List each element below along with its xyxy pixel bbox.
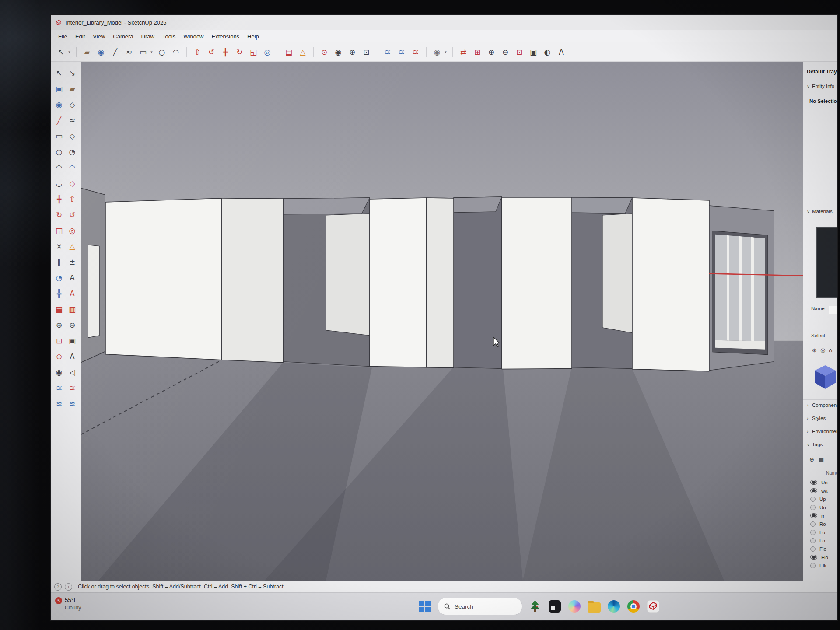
palette-three-point-arc-icon[interactable]: ◠ [66, 160, 79, 175]
tag-row[interactable]: Ro [803, 520, 837, 528]
tag-row[interactable]: Un [803, 503, 837, 511]
menu-tools[interactable]: Tools [158, 32, 179, 41]
credits-info-icon[interactable]: i [65, 583, 72, 591]
add-tag-icon[interactable]: ⊕ [809, 456, 814, 463]
geolocation-icon[interactable]: ? [54, 583, 62, 591]
tool-select-icon[interactable]: ↖ [55, 46, 66, 58]
add-tag-folder-icon[interactable]: ▤ [819, 456, 824, 463]
palette-arc-icon[interactable]: ◠ [52, 160, 66, 175]
palette-layers-d-icon[interactable]: ≋ [66, 396, 79, 412]
file-explorer-button[interactable] [587, 599, 601, 613]
chevron-down-icon[interactable]: ∨ [807, 209, 812, 214]
palette-rectangle-icon[interactable]: ▭ [52, 128, 66, 144]
chevron-down-icon[interactable]: ∨ [807, 442, 812, 447]
section-components[interactable]: ›Components [803, 402, 837, 408]
copilot-button[interactable] [567, 599, 581, 613]
tag-row[interactable]: Up [803, 495, 837, 503]
palette-look-around-icon[interactable]: ◉ [52, 364, 66, 380]
taskbar-search[interactable]: Search [438, 598, 522, 615]
tag-row[interactable]: Lo [803, 536, 837, 545]
tool-account-icon[interactable]: ◉ [431, 46, 443, 58]
palette-previous-view-icon[interactable]: ◁ [66, 364, 79, 380]
chevron-right-icon[interactable]: › [807, 416, 812, 421]
palette-push-pull-icon[interactable]: ⇧ [66, 191, 79, 207]
tool-layers-edit-icon[interactable]: ≋ [396, 46, 407, 58]
menu-extensions[interactable]: Extensions [208, 32, 244, 41]
tool-circle-icon[interactable]: ○ [156, 46, 168, 58]
palette-select-all-icon[interactable]: ↘ [66, 65, 79, 81]
palette-position-camera-icon[interactable]: ⊙ [52, 349, 66, 364]
tag-visibility-toggle[interactable] [810, 497, 816, 502]
sketchup-taskbar-button[interactable] [646, 599, 660, 613]
tool-zoom-icon[interactable]: ⊕ [346, 46, 358, 58]
tag-visibility-toggle[interactable] [810, 555, 817, 560]
seasonal-tree-button[interactable] [528, 599, 542, 613]
chevron-right-icon[interactable]: › [807, 403, 812, 408]
chevron-right-icon[interactable]: › [807, 429, 812, 434]
palette-section-fill-icon[interactable]: ▥ [66, 301, 79, 317]
palette-freehand-icon[interactable]: ≈ [66, 112, 79, 128]
section-entity-info[interactable]: ∨Entity Info [803, 84, 837, 89]
tool-zoom-window-icon[interactable]: ⊡ [360, 46, 372, 58]
material-preview-swatch[interactable] [816, 227, 837, 298]
palette-paint-bucket-icon[interactable]: ◉ [52, 97, 66, 112]
tool-offset-icon[interactable]: ◎ [262, 46, 273, 58]
home-icon[interactable]: ⌂ [829, 347, 832, 354]
3d-viewport[interactable] [81, 62, 803, 581]
menu-window[interactable]: Window [179, 32, 207, 41]
tag-row[interactable]: Lo [803, 528, 837, 536]
tag-visibility-toggle[interactable] [810, 505, 816, 510]
section-styles[interactable]: ›Styles [803, 416, 837, 421]
tag-row[interactable]: wa [803, 486, 837, 495]
tag-row[interactable]: Flo [803, 545, 837, 553]
tag-visibility-toggle[interactable] [810, 522, 816, 527]
palette-layers-c-icon[interactable]: ≋ [52, 396, 66, 412]
palette-zoom-extents-icon[interactable]: ▣ [66, 333, 79, 349]
dropdown-caret-icon[interactable]: ▾ [444, 50, 448, 54]
tag-visibility-toggle[interactable] [810, 563, 816, 568]
tool-layers-color-icon[interactable]: ≋ [410, 46, 421, 58]
tool-section-plane-icon[interactable]: ▤ [283, 46, 294, 58]
tag-visibility-toggle[interactable] [810, 488, 817, 493]
tool-zoom-out-icon[interactable]: ⊖ [500, 46, 511, 58]
tool-rectangle-icon[interactable]: ▭ [137, 46, 149, 58]
tag-row[interactable]: rr [803, 511, 837, 520]
palette-intersect-icon[interactable]: × [52, 238, 66, 254]
edge-button[interactable] [607, 599, 621, 613]
menu-edit[interactable]: Edit [71, 32, 89, 41]
tool-move-icon[interactable]: ╋ [220, 46, 231, 58]
palette-follow-me-icon[interactable]: ↺ [66, 207, 79, 223]
palette-move-icon[interactable]: ╋ [52, 191, 66, 207]
tool-flip-icon[interactable]: ⇄ [458, 46, 469, 58]
palette-pie-icon[interactable]: ◔ [66, 144, 79, 160]
tag-visibility-toggle[interactable] [810, 538, 816, 543]
palette-eraser-icon[interactable]: ▰ [66, 81, 79, 97]
palette-make-component-icon[interactable]: ▣ [52, 81, 66, 97]
tool-select-region-icon[interactable]: ⊡ [514, 46, 525, 58]
palette-layers-a-icon[interactable]: ≋ [52, 380, 66, 396]
add-material-icon[interactable]: ⊕ [812, 347, 817, 354]
tool-shadows-icon[interactable]: ◐ [542, 46, 553, 58]
tool-follow-me-icon[interactable]: ↺ [206, 46, 217, 58]
tag-row[interactable]: Un [803, 478, 837, 486]
palette-shapes-icon[interactable]: ◇ [66, 97, 79, 112]
palette-rotate-icon[interactable]: ↻ [52, 207, 66, 223]
palette-zoom-in-icon[interactable]: ⊕ [52, 317, 66, 333]
palette-zoom-out-icon[interactable]: ⊖ [66, 317, 79, 333]
start-button[interactable] [418, 599, 432, 613]
dropdown-caret-icon[interactable]: ▾ [67, 50, 71, 54]
section-environments[interactable]: ›Environments [803, 429, 837, 434]
tool-line-icon[interactable]: ╱ [109, 46, 121, 58]
tool-arc-icon[interactable]: ◠ [170, 46, 182, 58]
tool-layers-panel-icon[interactable]: ≋ [382, 46, 393, 58]
tool-freehand-icon[interactable]: ≈ [123, 46, 135, 58]
palette-layers-b-icon[interactable]: ≋ [66, 380, 79, 396]
palette-zoom-window-icon[interactable]: ⊡ [52, 333, 66, 349]
tag-visibility-toggle[interactable] [810, 513, 817, 518]
in-model-icon[interactable]: ◎ [820, 347, 825, 354]
palette-threed-text-icon[interactable]: A [66, 286, 79, 301]
select-tab-label[interactable]: Select [803, 333, 837, 338]
palette-line-icon[interactable]: ╱ [52, 112, 66, 128]
menu-draw[interactable]: Draw [137, 32, 158, 41]
tool-scale-icon[interactable]: ◱ [248, 46, 259, 58]
